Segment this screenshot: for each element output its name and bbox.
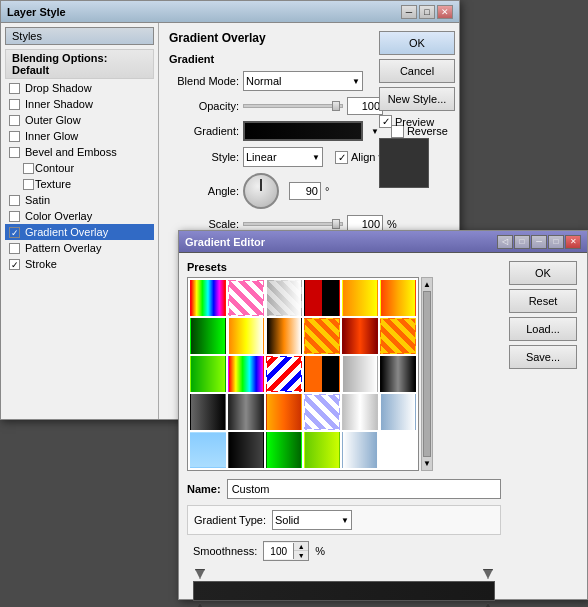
opacity-input[interactable]	[347, 97, 383, 115]
pattern-overlay-checkbox[interactable]	[9, 243, 20, 254]
style-dropdown[interactable]: Linear ▼	[243, 147, 323, 167]
ge-resize2-button[interactable]: □	[514, 235, 530, 249]
preset-item[interactable]	[342, 318, 378, 354]
scroll-down-icon[interactable]: ▼	[423, 459, 431, 468]
sidebar-item-stroke[interactable]: ✓ Stroke	[5, 256, 154, 272]
bevel-emboss-checkbox[interactable]	[9, 147, 20, 158]
gradient-type-dropdown[interactable]: Solid ▼	[272, 510, 352, 530]
outer-glow-checkbox[interactable]	[9, 115, 20, 126]
preset-item[interactable]	[304, 356, 340, 392]
preset-item[interactable]	[228, 394, 264, 430]
color-overlay-checkbox[interactable]	[9, 211, 20, 222]
scale-slider-thumb[interactable]	[332, 219, 340, 229]
stop-bottom-right[interactable]	[483, 603, 493, 607]
gradient-bar[interactable]	[193, 581, 495, 601]
name-label: Name:	[187, 483, 221, 495]
new-style-button[interactable]: New Style...	[379, 87, 455, 111]
sidebar-item-blending-options[interactable]: Blending Options: Default	[5, 49, 154, 79]
preset-item[interactable]	[228, 432, 264, 468]
smoothness-label: Smoothness:	[193, 545, 257, 557]
opacity-slider-thumb[interactable]	[332, 101, 340, 111]
drop-shadow-checkbox[interactable]	[9, 83, 20, 94]
sidebar-item-bevel-emboss[interactable]: Bevel and Emboss	[5, 144, 154, 160]
sidebar-item-color-overlay[interactable]: Color Overlay	[5, 208, 154, 224]
name-input[interactable]	[227, 479, 501, 499]
ge-save-button[interactable]: Save...	[509, 345, 577, 369]
preset-item[interactable]	[228, 280, 264, 316]
sidebar-item-inner-glow[interactable]: Inner Glow	[5, 128, 154, 144]
sidebar-item-drop-shadow[interactable]: Drop Shadow	[5, 80, 154, 96]
stop-bottom-left[interactable]	[195, 603, 205, 607]
ge-load-button[interactable]: Load...	[509, 317, 577, 341]
preset-item[interactable]	[304, 394, 340, 430]
sidebar-item-inner-shadow[interactable]: Inner Shadow	[5, 96, 154, 112]
sidebar-item-texture[interactable]: Texture	[5, 176, 154, 192]
preset-item[interactable]	[190, 356, 226, 392]
ge-close-button[interactable]: ✕	[565, 235, 581, 249]
ge-minimize-button[interactable]: ─	[531, 235, 547, 249]
close-button[interactable]: ✕	[437, 5, 453, 19]
scale-slider[interactable]	[243, 222, 343, 226]
preset-item[interactable]	[380, 356, 416, 392]
smoothness-stepper[interactable]: ▲ ▼	[263, 541, 309, 561]
contour-checkbox[interactable]	[23, 163, 34, 174]
inner-glow-checkbox[interactable]	[9, 131, 20, 142]
sidebar-item-gradient-overlay[interactable]: ✓ Gradient Overlay	[5, 224, 154, 240]
preview-checkbox[interactable]: ✓	[379, 115, 392, 128]
preset-item[interactable]	[190, 318, 226, 354]
ge-reset-button[interactable]: Reset	[509, 289, 577, 313]
stop-top-right[interactable]	[483, 569, 493, 579]
ge-maximize-button[interactable]: □	[548, 235, 564, 249]
gradient-type-row: Gradient Type: Solid ▼	[187, 505, 501, 535]
align-layer-checkbox[interactable]: ✓	[335, 151, 348, 164]
preset-item[interactable]	[266, 318, 302, 354]
preset-item[interactable]	[304, 280, 340, 316]
sidebar-item-outer-glow[interactable]: Outer Glow	[5, 112, 154, 128]
scrollbar-thumb[interactable]	[423, 291, 431, 457]
presets-scrollbar[interactable]: ▲ ▼	[421, 277, 433, 471]
preset-item[interactable]	[380, 394, 416, 430]
texture-checkbox[interactable]	[23, 179, 34, 190]
preset-item[interactable]	[190, 394, 226, 430]
preset-item[interactable]	[342, 356, 378, 392]
preset-item[interactable]	[228, 356, 264, 392]
preset-item[interactable]	[380, 280, 416, 316]
smoothness-input[interactable]	[264, 543, 294, 559]
gradient-swatch[interactable]	[243, 121, 363, 141]
preset-item[interactable]	[266, 280, 302, 316]
gradient-overlay-checkbox[interactable]: ✓	[9, 227, 20, 238]
maximize-button[interactable]: □	[419, 5, 435, 19]
ge-ok-button[interactable]: OK	[509, 261, 577, 285]
sidebar-item-contour[interactable]: Contour	[5, 160, 154, 176]
cancel-button[interactable]: Cancel	[379, 59, 455, 83]
preset-item[interactable]	[266, 432, 302, 468]
preset-item[interactable]	[266, 356, 302, 392]
preset-item[interactable]	[342, 432, 378, 468]
angle-input[interactable]	[289, 182, 321, 200]
blend-mode-dropdown[interactable]: Normal ▼	[243, 71, 363, 91]
preset-item[interactable]	[342, 280, 378, 316]
minimize-button[interactable]: ─	[401, 5, 417, 19]
preset-item[interactable]	[190, 432, 226, 468]
stepper-up-icon[interactable]: ▲	[294, 542, 308, 551]
preset-item[interactable]	[190, 280, 226, 316]
preset-item[interactable]	[228, 318, 264, 354]
inner-shadow-checkbox[interactable]	[9, 99, 20, 110]
sidebar-item-satin[interactable]: Satin	[5, 192, 154, 208]
sidebar-item-pattern-overlay[interactable]: Pattern Overlay	[5, 240, 154, 256]
preset-item[interactable]	[266, 394, 302, 430]
ok-button[interactable]: OK	[379, 31, 455, 55]
preset-item[interactable]	[380, 318, 416, 354]
preset-item[interactable]	[304, 318, 340, 354]
stop-top-left[interactable]	[195, 569, 205, 579]
scroll-up-icon[interactable]: ▲	[423, 280, 431, 289]
opacity-slider[interactable]	[243, 104, 343, 108]
satin-checkbox[interactable]	[9, 195, 20, 206]
angle-knob[interactable]	[243, 173, 279, 209]
ge-resize1-button[interactable]: ◁	[497, 235, 513, 249]
preset-item[interactable]	[342, 394, 378, 430]
gradient-swatch-arrow-icon[interactable]: ▼	[371, 127, 379, 136]
preset-item[interactable]	[304, 432, 340, 468]
stroke-checkbox[interactable]: ✓	[9, 259, 20, 270]
stepper-down-icon[interactable]: ▼	[294, 551, 308, 560]
